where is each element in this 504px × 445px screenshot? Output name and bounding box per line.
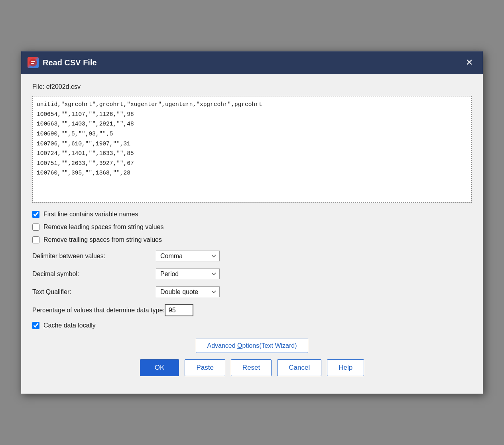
dialog-title: Read CSV File bbox=[43, 58, 97, 67]
cache-checkbox-row[interactable]: Cache data locally bbox=[32, 322, 472, 329]
preview-line-2: 100654,"",1107,"",1126,"",98 bbox=[37, 110, 467, 120]
remove-trailing-checkbox[interactable] bbox=[32, 236, 39, 243]
remove-trailing-checkbox-row[interactable]: Remove trailing spaces from string value… bbox=[32, 236, 472, 243]
preview-line-6: 100724,"",1401,"",1633,"",85 bbox=[37, 149, 467, 159]
remove-leading-checkbox-row[interactable]: Remove leading spaces from string values bbox=[32, 223, 472, 231]
delimiter-label: Delimiter between values: bbox=[32, 253, 156, 260]
preview-line-5: 100706,"",610,"",1907,"",31 bbox=[37, 139, 467, 149]
cancel-button[interactable]: Cancel bbox=[277, 359, 321, 376]
svg-rect-1 bbox=[31, 61, 35, 62]
read-csv-dialog: Read CSV File ✕ File: ef2002d.csv unitid… bbox=[21, 51, 483, 394]
file-label: File: ef2002d.csv bbox=[32, 83, 472, 90]
dialog-content: File: ef2002d.csv unitid,"xgrcohrt",grco… bbox=[21, 74, 483, 394]
remove-leading-label: Remove leading spaces from string values bbox=[43, 223, 163, 231]
percentage-row: Percentage of values that determine data… bbox=[32, 304, 472, 316]
decimal-label: Decimal symbol: bbox=[32, 271, 156, 278]
advanced-btn-label: Advanced Options(Text Wizard) bbox=[207, 342, 297, 349]
remove-trailing-label: Remove trailing spaces from string value… bbox=[43, 236, 162, 243]
delimiter-row: Delimiter between values: Comma Tab Semi… bbox=[32, 251, 472, 261]
cache-checkbox[interactable] bbox=[32, 322, 39, 329]
title-bar: Read CSV File ✕ bbox=[21, 51, 483, 74]
delimiter-select[interactable]: Comma Tab Semicolon Space Other bbox=[156, 251, 220, 261]
ok-button[interactable]: OK bbox=[140, 359, 179, 376]
preview-line-7: 100751,"",2633,"",3927,"",67 bbox=[37, 159, 467, 169]
decimal-row: Decimal symbol: Period Comma bbox=[32, 269, 472, 279]
title-bar-left: Read CSV File bbox=[28, 57, 97, 68]
preview-line-4: 100690,"",5,"",93,"",5 bbox=[37, 129, 467, 139]
options-section: First line contains variable names Remov… bbox=[32, 211, 472, 329]
svg-rect-2 bbox=[31, 63, 34, 64]
advanced-options-button[interactable]: Advanced Options(Text Wizard) bbox=[196, 339, 309, 353]
first-line-checkbox[interactable] bbox=[32, 211, 39, 218]
bottom-buttons: Advanced Options(Text Wizard) OK Paste R… bbox=[32, 339, 472, 384]
close-button[interactable]: ✕ bbox=[462, 55, 476, 70]
app-icon bbox=[28, 57, 39, 68]
cache-label: Cache data locally bbox=[43, 322, 96, 329]
percentage-input[interactable] bbox=[165, 304, 193, 316]
first-line-label: First line contains variable names bbox=[43, 211, 138, 218]
text-qualifier-label: Text Qualifier: bbox=[32, 288, 156, 296]
percentage-label: Percentage of values that determine data… bbox=[32, 307, 165, 314]
preview-line-1: unitid,"xgrcohrt",grcohrt,"xugenter",uge… bbox=[37, 100, 467, 110]
preview-line-3: 100663,"",1403,"",2921,"",48 bbox=[37, 119, 467, 129]
svg-point-0 bbox=[29, 59, 37, 67]
decimal-select[interactable]: Period Comma bbox=[156, 269, 220, 279]
action-buttons: OK Paste Reset Cancel Help bbox=[140, 359, 364, 376]
file-preview[interactable]: unitid,"xgrcohrt",grcohrt,"xugenter",uge… bbox=[32, 96, 472, 203]
preview-line-8: 100760,"",395,"",1368,"",28 bbox=[37, 168, 467, 178]
paste-button[interactable]: Paste bbox=[185, 359, 225, 376]
first-line-checkbox-row[interactable]: First line contains variable names bbox=[32, 211, 472, 218]
text-qualifier-row: Text Qualifier: Double quote Single quot… bbox=[32, 286, 472, 297]
help-button[interactable]: Help bbox=[327, 359, 364, 376]
text-qualifier-select[interactable]: Double quote Single quote None bbox=[156, 286, 220, 297]
remove-leading-checkbox[interactable] bbox=[32, 223, 39, 231]
reset-button[interactable]: Reset bbox=[231, 359, 272, 376]
